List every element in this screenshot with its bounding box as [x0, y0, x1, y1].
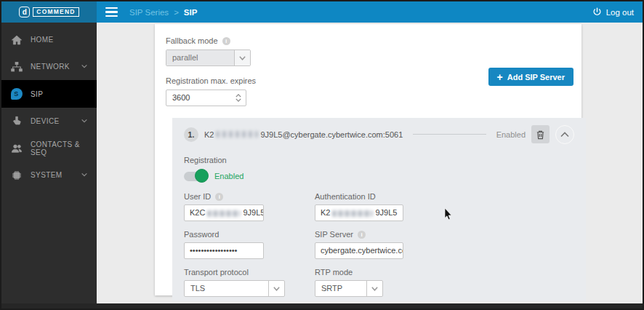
- redacted-text: [332, 210, 373, 217]
- main-content: Fallback mode i parallel Registration ma…: [97, 23, 643, 303]
- chevron-down-icon: [81, 63, 88, 71]
- sip-server-label: SIP Server i: [315, 230, 584, 239]
- registration-label: Registration: [184, 156, 574, 165]
- sip-icon: S: [10, 88, 23, 100]
- app-window: d COMMEND SIP Series > SIP Log out: [0, 0, 644, 310]
- breadcrumb-separator: >: [174, 8, 179, 17]
- breadcrumb-current: SIP: [184, 8, 198, 17]
- plus-icon: +: [497, 72, 503, 82]
- transport-protocol-field: Transport protocol TLS: [184, 259, 315, 297]
- commend-d-icon: d: [19, 7, 30, 17]
- trash-icon: [536, 130, 545, 140]
- breadcrumb-parent[interactable]: SIP Series: [129, 8, 169, 17]
- info-icon: i: [222, 37, 230, 45]
- collapse-server-button[interactable]: [555, 125, 574, 144]
- server-index-badge: 1.: [184, 127, 198, 142]
- sip-server-panel: 1. K2 9J9L5@cybergate.cybertwice.com:506…: [172, 118, 586, 301]
- divider: [413, 134, 486, 135]
- sip-server-field: SIP Server i cybergate.cybertwice.com:50…: [315, 221, 584, 259]
- redacted-text: [207, 210, 241, 217]
- chevron-down-icon: [81, 117, 88, 126]
- sidebar-item-label: SIP: [31, 90, 43, 98]
- sidebar-item-sip[interactable]: S SIP: [1, 80, 97, 108]
- network-icon: [10, 60, 23, 73]
- sidebar-item-home[interactable]: HOME: [1, 26, 97, 53]
- logout-label: Log out: [606, 8, 634, 17]
- transport-protocol-select[interactable]: TLS: [184, 280, 285, 297]
- sip-settings-card: Fallback mode i parallel Registration ma…: [155, 24, 581, 295]
- system-icon: [10, 169, 23, 181]
- sidebar-item-label: CONTACTS & SEQ: [31, 140, 88, 156]
- server-form: User ID i K2C9J9L5 Authentication ID K29…: [184, 183, 574, 301]
- sidebar: HOME NETWORK S SIP DEVICE: [1, 23, 97, 303]
- registration-max-expires-input[interactable]: 3600: [166, 90, 246, 106]
- sidebar-item-label: HOME: [31, 36, 54, 44]
- rtp-mode-select[interactable]: SRTP: [315, 280, 383, 297]
- add-sip-server-button[interactable]: + Add SIP Server: [488, 68, 573, 86]
- commend-logo: d COMMEND: [1, 1, 97, 23]
- chevron-up-icon: [560, 132, 569, 138]
- sidebar-item-system[interactable]: SYSTEM: [1, 162, 97, 188]
- user-id-field: User ID i K2C9J9L5: [184, 183, 315, 221]
- server-panel-header: 1. K2 9J9L5@cybergate.cybertwice.com:506…: [184, 124, 574, 144]
- sip-server-input[interactable]: cybergate.cybertwice.com:5061: [315, 242, 403, 259]
- auth-id-input[interactable]: K29J9L5: [315, 204, 403, 221]
- stepper-down-icon: [236, 98, 241, 102]
- registration-toggle-row: Enabled: [184, 169, 574, 183]
- sidebar-item-network[interactable]: NETWORK: [1, 53, 97, 80]
- rtp-mode-field: RTP mode SRTP: [315, 259, 584, 297]
- user-id-label: User ID i: [184, 192, 315, 202]
- top-bar: d COMMEND SIP Series > SIP Log out: [1, 1, 643, 23]
- password-label: Password: [184, 230, 315, 239]
- chevron-down-icon: [366, 281, 382, 296]
- info-icon: i: [358, 231, 366, 239]
- registration-state: Enabled: [214, 172, 243, 180]
- fallback-mode-select[interactable]: parallel: [166, 49, 251, 66]
- sidebar-item-label: SYSTEM: [31, 171, 63, 179]
- number-stepper[interactable]: [231, 90, 246, 106]
- menu-icon[interactable]: [105, 7, 118, 17]
- mouse-cursor: [444, 208, 453, 221]
- sidebar-item-device[interactable]: DEVICE: [1, 108, 97, 135]
- delete-server-button[interactable]: [531, 125, 550, 143]
- user-id-input[interactable]: K2C9J9L5: [184, 204, 264, 221]
- chevron-down-icon: [81, 171, 88, 180]
- info-icon: i: [215, 193, 223, 201]
- window-bottom-frame: [1, 303, 643, 309]
- password-field: Password •••••••••••••••••: [184, 221, 315, 259]
- top-bar-main: SIP Series > SIP Log out: [97, 1, 643, 23]
- brand-name: COMMEND: [33, 7, 79, 17]
- transport-protocol-label: Transport protocol: [184, 268, 315, 277]
- logout-button[interactable]: Log out: [592, 7, 634, 17]
- auth-id-label: Authentication ID: [315, 192, 584, 202]
- fallback-mode-label: Fallback mode i: [166, 36, 581, 46]
- home-icon: [10, 33, 23, 46]
- registration-toggle[interactable]: [184, 172, 207, 181]
- redacted-text: [216, 131, 258, 138]
- stepper-up-icon: [236, 94, 241, 98]
- toggle-knob: [195, 169, 209, 183]
- sidebar-item-label: DEVICE: [31, 117, 60, 125]
- chevron-down-icon: [234, 50, 250, 65]
- chevron-down-icon: [268, 281, 284, 296]
- sidebar-item-label: NETWORK: [31, 63, 70, 71]
- password-input[interactable]: •••••••••••••••••: [184, 242, 264, 259]
- contacts-icon: [10, 142, 23, 154]
- dtmf-mode-field: DTMF mode RTP Event (RFC 2833): [184, 297, 315, 301]
- rtp-mode-label: RTP mode: [315, 268, 584, 277]
- device-icon: [10, 115, 23, 127]
- power-icon: [592, 7, 602, 17]
- breadcrumb: SIP Series > SIP: [129, 8, 197, 17]
- server-title: K2 9J9L5@cybergate.cybertwice.com:5061: [204, 130, 403, 139]
- server-status: Enabled: [496, 130, 526, 139]
- sidebar-item-contacts[interactable]: CONTACTS & SEQ: [1, 135, 97, 162]
